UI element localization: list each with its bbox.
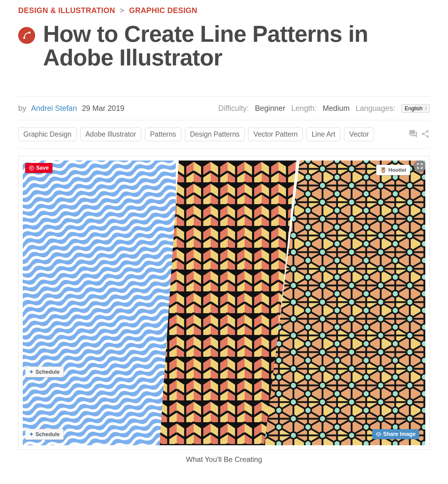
comments-icon[interactable] (409, 129, 418, 140)
svg-point-15 (29, 166, 34, 170)
publish-date: 29 Mar 2019 (82, 104, 124, 113)
hero-image: Save 🦉 Hootlet ✦ Schedule ✦ Schedule Sha… (23, 161, 425, 445)
schedule-button[interactable]: ✦ Schedule (25, 366, 64, 377)
share-image-button[interactable]: Share Image (372, 429, 419, 439)
author-link[interactable]: Andrei Stefan (31, 104, 77, 113)
tag[interactable]: Vector Pattern (248, 128, 303, 141)
tag[interactable]: Line Art (306, 128, 340, 141)
tag[interactable]: Design Patterns (185, 128, 245, 141)
share-image-label: Share Image (383, 431, 416, 437)
breadcrumb-subcategory[interactable]: GRAPHIC DESIGN (129, 6, 197, 15)
length-value: Medium (323, 104, 349, 113)
pen-tool-icon (18, 27, 35, 44)
tag[interactable]: Patterns (145, 128, 181, 141)
breadcrumb-separator: > (120, 6, 124, 15)
language-select[interactable]: English (401, 104, 430, 113)
expand-button[interactable] (414, 161, 425, 172)
length-label: Length: (291, 104, 316, 113)
breadcrumb-category[interactable]: DESIGN & ILLUSTRATION (18, 6, 115, 15)
meta-bar: by Andrei Stefan 29 Mar 2019 Difficulty:… (18, 96, 430, 120)
save-label: Save (36, 165, 49, 171)
schedule-button[interactable]: ✦ Schedule (25, 429, 64, 440)
hootsuite-icon: ✦ (29, 369, 34, 375)
tag[interactable]: Graphic Design (18, 128, 77, 141)
schedule-label: Schedule (35, 369, 60, 375)
owl-icon: 🦉 (380, 167, 386, 173)
tag[interactable]: Adobe Illustrator (80, 128, 141, 141)
difficulty-label: Difficulty: (218, 104, 249, 113)
pinterest-save-button[interactable]: Save (25, 163, 52, 173)
svg-rect-3 (23, 161, 176, 445)
hero-figure: Save 🦉 Hootlet ✦ Schedule ✦ Schedule Sha… (18, 156, 430, 450)
hootsuite-icon: ✦ (29, 431, 34, 438)
difficulty-value: Beginner (255, 104, 285, 113)
tag-list: Graphic Design Adobe Illustrator Pattern… (18, 128, 374, 141)
languages-label: Languages: (356, 104, 395, 113)
share-icon[interactable] (421, 129, 430, 140)
by-label: by (18, 104, 26, 113)
hootlet-button[interactable]: 🦉 Hootlet (376, 165, 410, 175)
page-title: How to Create Line Patterns in Adobe Ill… (43, 22, 430, 69)
breadcrumb: DESIGN & ILLUSTRATION > GRAPHIC DESIGN (18, 6, 430, 15)
hero-caption: What You'll Be Creating (18, 455, 430, 464)
pattern-wavy-lines (23, 161, 176, 445)
tag[interactable]: Vector (344, 128, 374, 141)
schedule-label: Schedule (35, 431, 60, 438)
hootlet-label: Hootlet (388, 167, 406, 173)
